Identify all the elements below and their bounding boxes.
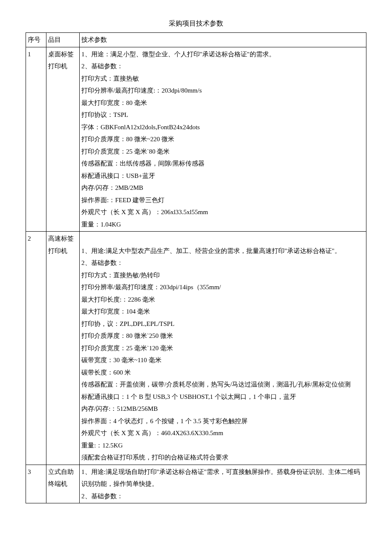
- cell-item: 桌面标签打印机: [46, 47, 80, 232]
- cell-tech: 1、用途：满足小型、微型企业、个人打印"承诺达标合格证"的需求。 2、基础参数：…: [80, 47, 366, 232]
- col-header-item: 品目: [46, 33, 80, 47]
- cell-seq: 3: [26, 465, 46, 503]
- table-row: 3 立式自助终端机 1、用途:满足现场自助打印"承诺达标合格证"需求，可直接触屏…: [26, 465, 366, 503]
- cell-item: 立式自助终端机: [46, 465, 80, 503]
- col-header-seq: 序号: [26, 33, 46, 47]
- cell-seq: 1: [26, 47, 46, 232]
- col-header-tech: 技术参数: [80, 33, 366, 47]
- cell-tech: 1、用途:满足大中型农产品生产、加工、经营企业的需求，批量高速打印"承诺达标合格…: [80, 232, 366, 465]
- cell-tech: 1、用途:满足现场自助打印"承诺达标合格证"需求，可直接触屏操作。搭载身份证识别…: [80, 465, 366, 503]
- table-header-row: 序号 品目 技术参数: [26, 33, 366, 47]
- cell-seq: 2: [26, 232, 46, 465]
- table-row: 2 高速标签打印机 1、用途:满足大中型农产品生产、加工、经营企业的需求，批量高…: [26, 232, 366, 465]
- table-row: 1 桌面标签打印机 1、用途：满足小型、微型企业、个人打印"承诺达标合格证"的需…: [26, 47, 366, 232]
- page-title: 采购项目技术参数: [26, 17, 366, 30]
- spec-table: 序号 品目 技术参数 1 桌面标签打印机 1、用途：满足小型、微型企业、个人打印…: [26, 32, 366, 503]
- cell-item: 高速标签打印机: [46, 232, 80, 465]
